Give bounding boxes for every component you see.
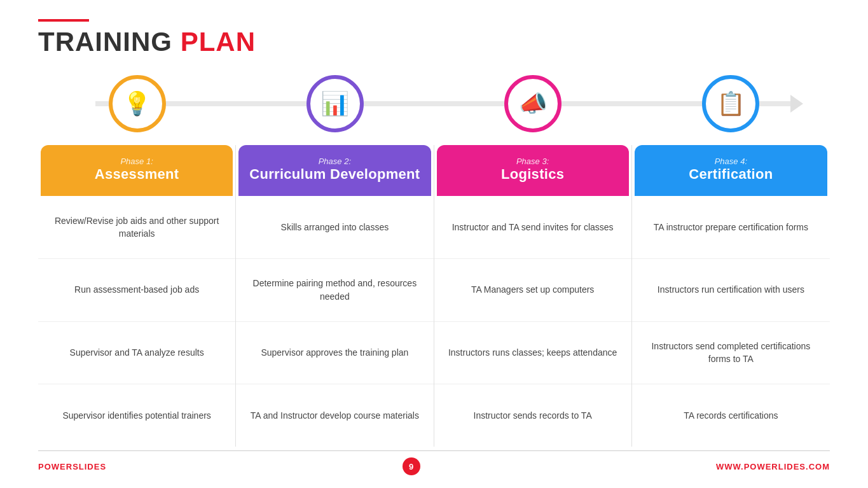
phase-title-3: Logistics xyxy=(501,166,564,183)
list-item: Supervisor and TA analyze results xyxy=(38,322,235,385)
phase-label-2: Phase 2: xyxy=(319,157,351,166)
footer: POWERSLIDES 9 WWW.POWERLIDES.COM xyxy=(38,450,830,475)
footer-brand: POWERSLIDES xyxy=(38,462,106,471)
list-item: Run assessment-based job ads xyxy=(38,259,235,322)
phase-title-2: Curriculum Development xyxy=(249,166,420,183)
page-title: TRAINING PLAN xyxy=(38,27,830,57)
phase-items-assessment: Review/Revise job aids and other support… xyxy=(38,196,235,447)
phase-col-curriculum: Phase 2: Curriculum Development Skills a… xyxy=(236,145,434,447)
timeline: 💡 📊 📣 📋 xyxy=(38,69,830,139)
page-number: 9 xyxy=(403,457,420,475)
footer-url: WWW.POWERLIDES.COM xyxy=(716,462,830,471)
phase-items-curriculum: Skills arranged into classes Determine p… xyxy=(236,196,433,447)
header: TRAINING PLAN xyxy=(38,19,830,57)
phase-header-logistics: Phase 3: Logistics xyxy=(437,145,629,196)
footer-brand-red: SLIDES xyxy=(72,462,106,471)
list-item: TA Managers set up computers xyxy=(434,259,631,322)
circle-curriculum: 📊 xyxy=(307,75,364,132)
phase-icons-row: 💡 📊 📣 📋 xyxy=(38,75,830,132)
phases-grid: Phase 1: Assessment Review/Revise job ai… xyxy=(38,145,830,447)
phase-icon-2: 📊 xyxy=(307,75,364,132)
footer-brand-black: POWER xyxy=(38,462,72,471)
circle-certification: 📋 xyxy=(702,75,759,132)
circle-logistics: 📣 xyxy=(504,75,561,132)
title-black: TRAINING xyxy=(38,27,181,57)
list-item: Instructor and TA send invites for class… xyxy=(434,196,631,259)
phase-col-certification: Phase 4: Certification TA instructor pre… xyxy=(632,145,830,447)
list-item: Instructors send completed certification… xyxy=(632,322,830,385)
list-item: TA instructor prepare certification form… xyxy=(632,196,830,259)
phase-label-3: Phase 3: xyxy=(516,157,549,166)
phase-col-logistics: Phase 3: Logistics Instructor and TA sen… xyxy=(434,145,632,447)
phase-icon-3: 📣 xyxy=(504,75,561,132)
list-item: Skills arranged into classes xyxy=(236,196,433,259)
list-item: TA and Instructor develop course materia… xyxy=(236,384,433,447)
list-item: Determine pairing method and, resources … xyxy=(236,259,433,322)
phase-items-logistics: Instructor and TA send invites for class… xyxy=(434,196,631,447)
phase-icon-1: 💡 xyxy=(109,75,166,132)
list-item: Instructors runs classes; keeps attendan… xyxy=(434,322,631,385)
list-item: Instructors run certification with users xyxy=(632,259,830,322)
circle-assessment: 💡 xyxy=(109,75,166,132)
list-item: Review/Revise job aids and other support… xyxy=(38,196,235,259)
phase-icon-4: 📋 xyxy=(702,75,759,132)
phase-header-certification: Phase 4: Certification xyxy=(635,145,827,196)
red-line xyxy=(38,19,89,22)
phase-col-assessment: Phase 1: Assessment Review/Revise job ai… xyxy=(38,145,236,447)
phase-header-curriculum: Phase 2: Curriculum Development xyxy=(238,145,431,196)
phase-label-4: Phase 4: xyxy=(715,157,747,166)
phase-title-1: Assessment xyxy=(95,166,179,183)
list-item: Supervisor identifies potential trainers xyxy=(38,384,235,447)
phase-label-1: Phase 1: xyxy=(120,157,153,166)
slide: TRAINING PLAN 💡 📊 📣 📋 Phase 1: A xyxy=(0,0,868,488)
list-item: Supervisor approves the training plan xyxy=(236,322,433,385)
list-item: Instructor sends records to TA xyxy=(434,384,631,447)
title-red: PLAN xyxy=(181,27,256,57)
phase-title-4: Certification xyxy=(689,166,773,183)
list-item: TA records certifications xyxy=(632,384,830,447)
phase-header-assessment: Phase 1: Assessment xyxy=(41,145,233,196)
phase-items-certification: TA instructor prepare certification form… xyxy=(632,196,830,447)
